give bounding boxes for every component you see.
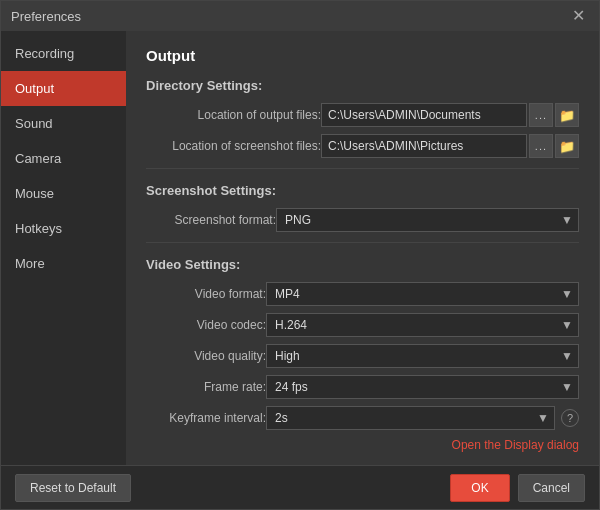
screenshot-format-select[interactable]: PNG JPG BMP	[276, 208, 579, 232]
screenshot-format-wrap: PNG JPG BMP ▼	[276, 208, 579, 232]
output-files-row: Location of output files: ... 📁	[146, 103, 579, 127]
screenshot-files-input[interactable]	[321, 134, 527, 158]
video-codec-select[interactable]: H.264 H.265 VP8 VP9	[266, 313, 579, 337]
sidebar-item-camera[interactable]: Camera	[1, 141, 126, 176]
sidebar-item-more[interactable]: More	[1, 246, 126, 281]
video-codec-row: Video codec: H.264 H.265 VP8 VP9 ▼	[146, 313, 579, 337]
screenshot-files-folder-btn[interactable]: 📁	[555, 134, 579, 158]
display-dialog-link[interactable]: Open the Display dialog	[452, 438, 579, 452]
video-format-wrap: MP4 AVI MOV MKV ▼	[266, 282, 579, 306]
video-format-row: Video format: MP4 AVI MOV MKV ▼	[146, 282, 579, 306]
screenshot-files-dots-btn[interactable]: ...	[529, 134, 553, 158]
titlebar: Preferences ✕	[1, 1, 599, 31]
keyframe-select[interactable]: 1s 2s 3s 4s 5s	[266, 406, 555, 430]
sidebar: Recording Output Sound Camera Mouse Hotk…	[1, 31, 126, 465]
screenshot-settings-title: Screenshot Settings:	[146, 183, 579, 198]
screenshot-files-label: Location of screenshot files:	[146, 139, 321, 153]
footer-actions: OK Cancel	[450, 474, 585, 502]
sidebar-item-hotkeys[interactable]: Hotkeys	[1, 211, 126, 246]
frame-rate-label: Frame rate:	[146, 380, 266, 394]
output-files-input[interactable]	[321, 103, 527, 127]
output-files-buttons: ... 📁	[529, 103, 579, 127]
sidebar-item-recording[interactable]: Recording	[1, 36, 126, 71]
page-title: Output	[146, 47, 579, 64]
close-button[interactable]: ✕	[568, 6, 589, 26]
folder-icon-2: 📁	[559, 139, 575, 154]
preferences-window: Preferences ✕ Recording Output Sound Cam…	[0, 0, 600, 510]
folder-icon: 📁	[559, 108, 575, 123]
keyframe-row: Keyframe interval: 1s 2s 3s 4s 5s ▼ ?	[146, 406, 579, 430]
video-codec-label: Video codec:	[146, 318, 266, 332]
video-format-select[interactable]: MP4 AVI MOV MKV	[266, 282, 579, 306]
window-title: Preferences	[11, 9, 81, 24]
directory-settings-title: Directory Settings:	[146, 78, 579, 93]
screenshot-files-row: Location of screenshot files: ... 📁	[146, 134, 579, 158]
video-format-label: Video format:	[146, 287, 266, 301]
video-codec-wrap: H.264 H.265 VP8 VP9 ▼	[266, 313, 579, 337]
main-content: Output Directory Settings: Location of o…	[126, 31, 599, 465]
sidebar-item-output[interactable]: Output	[1, 71, 126, 106]
screenshot-files-buttons: ... 📁	[529, 134, 579, 158]
video-quality-row: Video quality: High Medium Low ▼	[146, 344, 579, 368]
footer: Reset to Default OK Cancel	[1, 465, 599, 509]
cancel-button[interactable]: Cancel	[518, 474, 585, 502]
screenshot-format-row: Screenshot format: PNG JPG BMP ▼	[146, 208, 579, 232]
output-files-folder-btn[interactable]: 📁	[555, 103, 579, 127]
sidebar-item-sound[interactable]: Sound	[1, 106, 126, 141]
keyframe-label: Keyframe interval:	[146, 411, 266, 425]
output-files-label: Location of output files:	[146, 108, 321, 122]
frame-rate-row: Frame rate: 24 fps 30 fps 60 fps ▼	[146, 375, 579, 399]
screenshot-format-label: Screenshot format:	[146, 213, 276, 227]
display-dialog-row: Open the Display dialog	[146, 437, 579, 452]
ok-button[interactable]: OK	[450, 474, 509, 502]
content-area: Recording Output Sound Camera Mouse Hotk…	[1, 31, 599, 465]
frame-rate-select[interactable]: 24 fps 30 fps 60 fps	[266, 375, 579, 399]
video-quality-label: Video quality:	[146, 349, 266, 363]
video-quality-select[interactable]: High Medium Low	[266, 344, 579, 368]
frame-rate-wrap: 24 fps 30 fps 60 fps ▼	[266, 375, 579, 399]
keyframe-wrap: 1s 2s 3s 4s 5s ▼	[266, 406, 555, 430]
video-settings-title: Video Settings:	[146, 257, 579, 272]
keyframe-help-button[interactable]: ?	[561, 409, 579, 427]
sidebar-item-mouse[interactable]: Mouse	[1, 176, 126, 211]
video-quality-wrap: High Medium Low ▼	[266, 344, 579, 368]
output-files-dots-btn[interactable]: ...	[529, 103, 553, 127]
reset-button[interactable]: Reset to Default	[15, 474, 131, 502]
